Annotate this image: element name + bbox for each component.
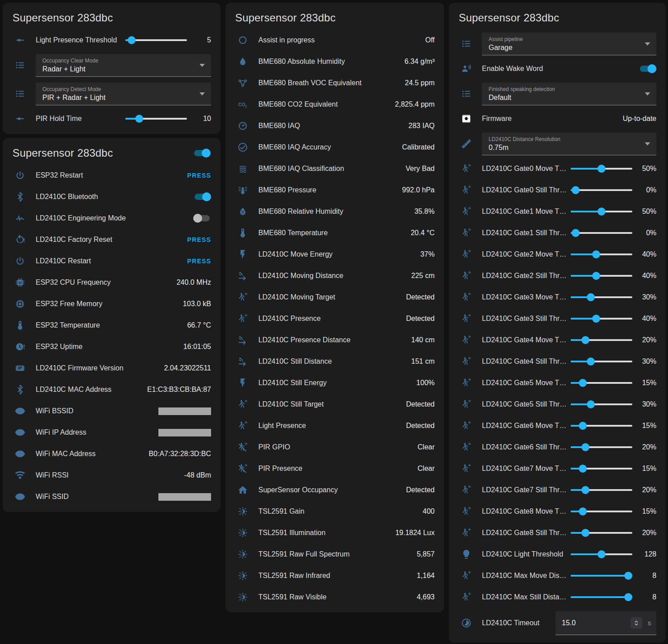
sensor-row[interactable]: BME680 IAQ AccuracyCalibrated [225, 137, 444, 158]
slider-thumb[interactable] [579, 379, 587, 387]
sensor-row[interactable]: CO2BME680 CO2 Equivalent2,825.4 ppm [225, 94, 444, 115]
sensor-row[interactable]: TSL2591 Raw Infrared1,164 [225, 565, 444, 586]
sensor-row[interactable]: LD2410C Moving TargetDetected [225, 287, 444, 308]
sensor-row[interactable]: TSL2591 Raw Full Spectrum5,857 [225, 544, 444, 565]
slider-thumb[interactable] [581, 336, 589, 344]
slider[interactable] [571, 528, 632, 537]
press-button[interactable]: PRESS [187, 172, 211, 179]
toggle-switch[interactable] [193, 192, 211, 201]
sensor-row[interactable]: BME680 Temperature20.4 °C [225, 222, 444, 244]
slider[interactable] [571, 336, 632, 345]
slider[interactable] [571, 250, 632, 259]
sensor-row[interactable]: LD2410C Presence Distance140 cm [225, 329, 444, 351]
slider-thumb[interactable] [597, 208, 606, 216]
slider[interactable] [571, 400, 632, 409]
slider-thumb[interactable] [581, 529, 589, 537]
slider-thumb[interactable] [592, 315, 600, 323]
slider-thumb[interactable] [592, 250, 600, 258]
slider-thumb[interactable] [624, 572, 632, 580]
slider[interactable] [571, 229, 632, 237]
slider[interactable] [571, 464, 632, 473]
sensor-row[interactable]: BME680 Absolute Humidity6.34 g/m³ [225, 51, 444, 72]
sensor-row[interactable]: LD2410C PresenceDetected [225, 308, 444, 329]
slider[interactable] [571, 486, 632, 494]
slider-thumb[interactable] [597, 550, 606, 558]
sensor-row[interactable]: FirmwareUp-to-date [449, 108, 666, 129]
slider[interactable] [571, 421, 632, 430]
sensor-row[interactable]: LD2410C Still Energy100% [225, 372, 444, 394]
slider[interactable] [571, 443, 632, 452]
sensor-row[interactable]: LD2410C Still Distance151 cm [225, 351, 444, 372]
sensor-row[interactable]: BME680 Relative Humidity35.8% [225, 201, 444, 222]
sensor-row[interactable]: LD2410C Still TargetDetected [225, 394, 444, 415]
slider[interactable] [571, 593, 632, 602]
slider-thumb[interactable] [587, 293, 595, 301]
sensor-row[interactable]: ESP32 Uptime16:01:05 [3, 336, 220, 357]
select-field[interactable]: Finished speaking detectionDefault [482, 83, 656, 105]
sensor-row[interactable]: ESP32 Free Memory103.0 kB [3, 293, 220, 315]
slider-thumb[interactable] [581, 443, 589, 451]
sensor-row[interactable]: TSL2591 Gain400 [225, 501, 444, 522]
slider-value: 128 [637, 550, 656, 558]
slider[interactable] [571, 271, 632, 280]
toggle-switch[interactable] [193, 214, 211, 223]
slider-thumb[interactable] [579, 465, 587, 473]
number-input[interactable]: 15.0s [556, 611, 656, 635]
press-button[interactable]: PRESS [187, 258, 211, 265]
slider[interactable] [571, 186, 632, 195]
sensor-row[interactable]: Assist in progressOff [225, 29, 444, 51]
slider-thumb[interactable] [592, 272, 600, 280]
sensor-row[interactable]: BME680 Pressure992.0 hPa [225, 179, 444, 201]
slider[interactable] [571, 314, 632, 323]
sensor-row[interactable]: TSL2591 Illumination19.1824 Lux [225, 522, 444, 544]
slider[interactable] [125, 36, 187, 45]
slider[interactable] [571, 207, 632, 216]
press-button[interactable]: PRESS [187, 236, 211, 243]
sensor-row[interactable]: PIR PresenceClear [225, 458, 444, 479]
slider-thumb[interactable] [579, 507, 587, 515]
sensor-row[interactable]: LD2410C Firmware Version2.04.23022511 [3, 357, 220, 379]
select-field[interactable]: Assist pipelineGarage [482, 33, 656, 55]
sensor-row[interactable]: Light PresenceDetected [225, 415, 444, 436]
slider-thumb[interactable] [587, 357, 595, 366]
slider-thumb[interactable] [587, 400, 595, 408]
slider[interactable] [571, 293, 632, 302]
slider[interactable] [125, 114, 187, 123]
sensor-row[interactable]: TSL2591 Raw Visible4,693 [225, 586, 444, 608]
sensor-row[interactable]: PIR GPIOClear [225, 436, 444, 458]
sensor-row[interactable]: WiFi RSSI-48 dBm [3, 465, 220, 486]
toggle-switch[interactable] [639, 64, 656, 73]
slider[interactable] [571, 550, 632, 559]
slider-thumb[interactable] [579, 422, 587, 430]
sensor-row[interactable]: BME680 Breath VOC Equivalent24.5 ppm [225, 72, 444, 94]
sensor-row[interactable]: BME680 IAQ ClassificationVery Bad [225, 158, 444, 179]
redacted-value [158, 407, 211, 415]
slider[interactable] [571, 571, 632, 580]
slider-thumb[interactable] [572, 229, 580, 237]
select-field[interactable]: Occupancy Detect ModePIR + Radar + Light [36, 83, 211, 105]
card-header-toggle[interactable] [193, 149, 211, 158]
sensor-row[interactable]: LD2410C Moving Distance225 cm [225, 265, 444, 287]
sensor-row[interactable]: LD2410C MAC AddressE1:C3:B3:CB:BA:87 [3, 379, 220, 400]
slider-thumb[interactable] [624, 593, 632, 601]
row-value: 103.0 kB [183, 300, 211, 308]
slider-thumb[interactable] [581, 486, 589, 494]
slider[interactable] [571, 164, 632, 173]
sensor-row[interactable]: WiFi MAC AddressB0:A7:32:28:3D:BC [3, 443, 220, 465]
slider[interactable] [571, 507, 632, 516]
stepper-icon[interactable] [631, 617, 642, 629]
select-field[interactable]: LD2410C Distance Resolution0.75m [482, 133, 656, 155]
sensor-row[interactable]: 32ESP32 CPU Frequency240.0 MHz [3, 272, 220, 293]
select-field[interactable]: Occupancy Clear ModeRadar + Light [36, 54, 211, 77]
slider-thumb[interactable] [597, 165, 606, 173]
slider-thumb[interactable] [135, 115, 143, 123]
slider[interactable] [571, 357, 632, 366]
sensor-row[interactable]: LD2410C Move Energy37% [225, 244, 444, 265]
slider-thumb[interactable] [572, 186, 580, 194]
slider[interactable] [571, 378, 632, 387]
sensor-row[interactable]: SuperSensor OccupancyDetected [225, 479, 444, 501]
sensor-row[interactable]: ESP32 Temperature66.7 °C [3, 315, 220, 336]
slider-row: LD2410C Gate0 Still Threshold0% [449, 179, 666, 201]
slider-thumb[interactable] [128, 36, 136, 44]
sensor-row[interactable]: BME680 IAQ283 IAQ [225, 115, 444, 137]
